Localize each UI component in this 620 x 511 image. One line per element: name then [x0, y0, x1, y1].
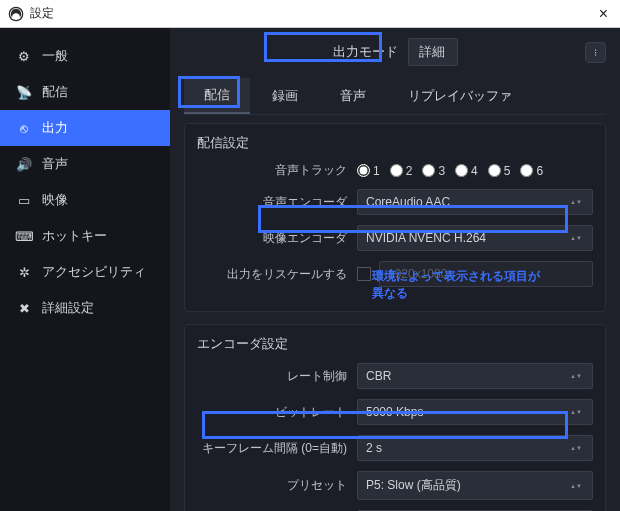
window-title: 設定 [30, 5, 595, 22]
sidebar-label: ホットキー [42, 227, 107, 245]
sidebar-label: 出力 [42, 119, 68, 137]
output-tabs: 配信 録画 音声 リプレイバッファ [184, 78, 606, 115]
tab-stream[interactable]: 配信 [184, 78, 250, 114]
sidebar-label: 配信 [42, 83, 68, 101]
output-mode-label: 出力モード [333, 43, 398, 61]
sidebar-item-hotkeys[interactable]: ⌨ホットキー [0, 218, 170, 254]
chevron-updown-icon: ▲▼ [570, 373, 584, 379]
sidebar-item-general[interactable]: ⚙一般 [0, 38, 170, 74]
chevron-updown-icon: ▲▼ [570, 235, 584, 241]
sidebar: ⚙一般 📡配信 ⎋出力 🔊音声 ▭映像 ⌨ホットキー ✲アクセシビリティ ✖詳細… [0, 28, 170, 511]
video-encoder-label: 映像エンコーダ [197, 230, 347, 247]
audio-encoder-label: 音声エンコーダ [197, 194, 347, 211]
bitrate-input[interactable]: 5000 Kbps▲▼ [357, 399, 593, 425]
main-panel: 出力モード 詳細 ⁝ 配信 録画 音声 リプレイバッファ 配信設定 音声トラック… [170, 28, 620, 511]
track-6[interactable]: 6 [520, 164, 543, 178]
sidebar-item-advanced[interactable]: ✖詳細設定 [0, 290, 170, 326]
sidebar-label: 一般 [42, 47, 68, 65]
preset-label: プリセット [197, 477, 347, 494]
rescale-label: 出力をリスケールする [197, 266, 347, 283]
sidebar-item-accessibility[interactable]: ✲アクセシビリティ [0, 254, 170, 290]
wrench-icon: ✖ [16, 301, 32, 316]
titlebar: 設定 × [0, 0, 620, 28]
output-mode-select[interactable]: 詳細 [408, 38, 458, 66]
encoder-settings-section: エンコーダ設定 レート制御 CBR▲▼ ビットレート 5000 Kbps▲▼ キ… [184, 324, 606, 511]
mode-menu-button[interactable]: ⁝ [585, 42, 606, 63]
sidebar-label: アクセシビリティ [42, 263, 146, 281]
monitor-icon: ▭ [16, 193, 32, 208]
output-icon: ⎋ [16, 121, 32, 136]
sidebar-item-audio[interactable]: 🔊音声 [0, 146, 170, 182]
tab-record[interactable]: 録画 [252, 78, 318, 114]
audio-encoder-select[interactable]: CoreAudio AAC▲▼ [357, 189, 593, 215]
antenna-icon: 📡 [16, 85, 32, 100]
keyframe-label: キーフレーム間隔 (0=自動) [197, 440, 347, 457]
rate-control-select[interactable]: CBR▲▼ [357, 363, 593, 389]
preset-select[interactable]: P5: Slow (高品質)▲▼ [357, 471, 593, 500]
chevron-updown-icon: ▲▼ [570, 199, 584, 205]
keyframe-input[interactable]: 2 s▲▼ [357, 435, 593, 461]
accessibility-icon: ✲ [16, 265, 32, 280]
close-icon[interactable]: × [595, 5, 612, 23]
rate-control-label: レート制御 [197, 368, 347, 385]
chevron-updown-icon: ▲▼ [570, 483, 584, 489]
bitrate-label: ビットレート [197, 404, 347, 421]
sidebar-label: 詳細設定 [42, 299, 94, 317]
track-1[interactable]: 1 [357, 164, 380, 178]
track-3[interactable]: 3 [422, 164, 445, 178]
section-title: エンコーダ設定 [197, 335, 593, 353]
sidebar-item-stream[interactable]: 📡配信 [0, 74, 170, 110]
annotation-note: 環境によって表示される項目が 異なる [372, 268, 540, 302]
track-2[interactable]: 2 [390, 164, 413, 178]
track-4[interactable]: 4 [455, 164, 478, 178]
keyboard-icon: ⌨ [16, 229, 32, 244]
speaker-icon: 🔊 [16, 157, 32, 172]
sidebar-label: 音声 [42, 155, 68, 173]
gear-icon: ⚙ [16, 49, 32, 64]
chevron-updown-icon: ▲▼ [570, 409, 584, 415]
rescale-checkbox[interactable] [357, 267, 371, 281]
obs-logo-icon [8, 6, 24, 22]
chevron-updown-icon: ▲▼ [570, 445, 584, 451]
audio-track-label: 音声トラック [197, 162, 347, 179]
audio-track-radio-group: 1 2 3 4 5 6 [357, 164, 593, 178]
section-title: 配信設定 [197, 134, 593, 152]
video-encoder-select[interactable]: NVIDIA NVENC H.264▲▼ [357, 225, 593, 251]
track-5[interactable]: 5 [488, 164, 511, 178]
tab-audio[interactable]: 音声 [320, 78, 386, 114]
sidebar-label: 映像 [42, 191, 68, 209]
tab-replay[interactable]: リプレイバッファ [388, 78, 532, 114]
sidebar-item-output[interactable]: ⎋出力 [0, 110, 170, 146]
sidebar-item-video[interactable]: ▭映像 [0, 182, 170, 218]
